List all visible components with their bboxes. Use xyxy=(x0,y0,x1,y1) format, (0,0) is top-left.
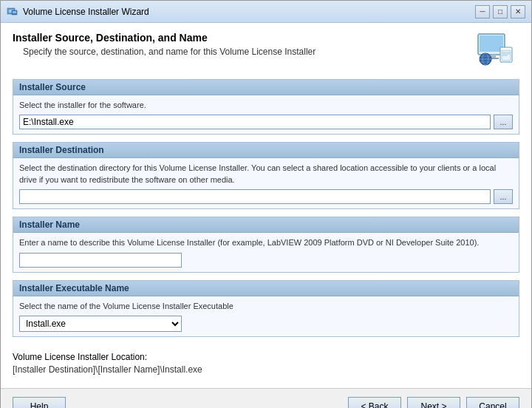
installer-destination-body: Select the destination directory for thi… xyxy=(13,158,519,208)
back-button[interactable]: < Back xyxy=(348,397,401,408)
installer-source-panel: Installer Source Select the installer fo… xyxy=(13,79,519,135)
footer-left: Help xyxy=(13,397,348,408)
cancel-button[interactable]: Cancel xyxy=(466,397,519,408)
main-window: Volume License Installer Wizard ─ □ ✕ In… xyxy=(0,0,532,408)
footer-right: < Back Next > Cancel xyxy=(348,397,519,408)
footer: Help < Back Next > Cancel xyxy=(1,388,531,408)
svg-rect-5 xyxy=(480,35,503,52)
installer-executable-desc: Select the name of the Volume License In… xyxy=(19,301,513,312)
page-title: Installer Source, Destination, and Name xyxy=(13,32,475,44)
window-title: Volume License Installer Wizard xyxy=(23,7,475,17)
installer-source-desc: Select the installer for the software. xyxy=(19,100,513,111)
title-bar: Volume License Installer Wizard ─ □ ✕ xyxy=(1,1,531,23)
installer-source-browse-button[interactable]: ... xyxy=(494,115,513,129)
installer-destination-browse-button[interactable]: ... xyxy=(494,189,513,204)
help-button[interactable]: Help xyxy=(13,397,66,408)
location-value: [Installer Destination]\[Installer Name]… xyxy=(13,364,519,375)
location-label: Volume License Installer Location: xyxy=(13,352,519,362)
main-content: Installer Source, Destination, and Name … xyxy=(1,23,531,388)
installer-executable-panel: Installer Executable Name Select the nam… xyxy=(13,280,519,337)
installer-name-header: Installer Name xyxy=(13,217,519,233)
header-text: Installer Source, Destination, and Name … xyxy=(13,32,475,57)
installer-name-input[interactable] xyxy=(19,253,182,268)
maximize-button[interactable]: □ xyxy=(493,5,508,18)
window-controls: ─ □ ✕ xyxy=(475,5,525,18)
installer-source-header: Installer Source xyxy=(13,80,519,95)
installer-name-body: Enter a name to describe this Volume Lic… xyxy=(13,233,519,271)
installer-name-desc: Enter a name to describe this Volume Lic… xyxy=(19,237,513,248)
header-section: Installer Source, Destination, and Name … xyxy=(13,32,519,69)
page-subtitle: Specify the source, destination, and nam… xyxy=(23,47,475,57)
location-section: Volume License Installer Location: [Inst… xyxy=(13,347,519,379)
window-icon xyxy=(7,6,18,18)
next-button[interactable]: Next > xyxy=(407,397,460,408)
installer-destination-panel: Installer Destination Select the destina… xyxy=(13,142,519,209)
installer-destination-input-row: ... xyxy=(19,189,513,204)
installer-destination-input[interactable] xyxy=(19,189,491,204)
installer-source-body: Select the installer for the software. .… xyxy=(13,95,519,134)
installer-executable-select-row: Install.exe xyxy=(19,316,513,332)
installer-source-input-row: ... xyxy=(19,115,513,129)
svg-rect-3 xyxy=(13,11,16,13)
header-icon xyxy=(475,32,519,69)
installer-executable-header: Installer Executable Name xyxy=(13,281,519,296)
minimize-button[interactable]: ─ xyxy=(475,5,490,18)
installer-destination-header: Installer Destination xyxy=(13,143,519,158)
close-button[interactable]: ✕ xyxy=(511,5,525,18)
installer-executable-body: Select the name of the Volume License In… xyxy=(13,296,519,336)
installer-executable-select[interactable]: Install.exe xyxy=(19,316,182,332)
installer-name-panel: Installer Name Enter a name to describe … xyxy=(13,217,519,272)
installer-source-input[interactable] xyxy=(19,115,491,129)
installer-destination-desc: Select the destination directory for thi… xyxy=(19,163,513,186)
